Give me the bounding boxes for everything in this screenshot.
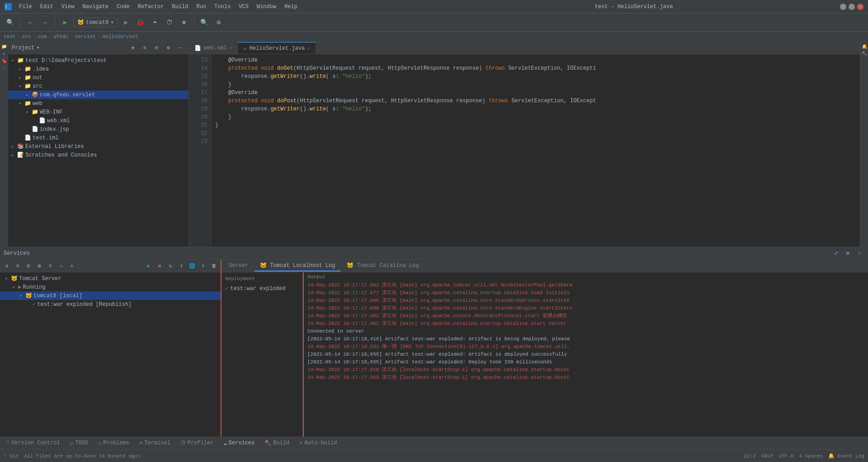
status-indent[interactable]: 4 spaces	[799, 453, 823, 459]
notifications-icon[interactable]: 🔔	[861, 43, 868, 50]
search-everywhere-button[interactable]: 🔍	[4, 16, 16, 29]
services-pin-button[interactable]: →	[56, 261, 66, 271]
tree-item[interactable]: 📄test.iml	[8, 133, 189, 142]
services-tab-1[interactable]: 🐱 Tomcat Localhost Log	[255, 260, 340, 271]
menu-edit[interactable]: Edit	[37, 3, 57, 11]
status-line-ending[interactable]: CRLF	[761, 453, 773, 459]
gradle-icon[interactable]: 🔨	[861, 51, 868, 57]
editor-content[interactable]: 1314151617181920212223 @Override protect…	[189, 54, 860, 247]
bottom-tab-profiler[interactable]: ⏱ Profiler	[176, 438, 218, 448]
run-button[interactable]: ▶	[59, 16, 71, 29]
services-tree-item[interactable]: ▾🐱 tomcat8 [local]	[0, 291, 221, 300]
menu-code[interactable]: Code	[113, 3, 133, 11]
bottom-tab-todo[interactable]: ☑ TODO	[66, 438, 93, 448]
menu-build[interactable]: Build	[168, 3, 192, 11]
menu-navigate[interactable]: Navigate	[79, 3, 112, 11]
project-locate-button[interactable]: ⊕	[128, 43, 138, 53]
services-open-browser-button[interactable]: 🌐	[187, 261, 197, 271]
breadcrumb-item-1[interactable]: src	[22, 34, 31, 39]
profile-button[interactable]: ⏱	[163, 16, 176, 29]
bookmark-icon[interactable]: 🔖	[1, 58, 7, 64]
run-action-button[interactable]: ▶	[120, 16, 132, 29]
menu-refactor[interactable]: Refactor	[134, 3, 168, 11]
tree-item[interactable]: 📄web.xml	[8, 116, 189, 125]
close-button[interactable]: ✕	[857, 4, 863, 10]
services-group-button[interactable]: ≡	[13, 261, 23, 271]
stop-button[interactable]: ■	[178, 16, 190, 29]
status-encoding[interactable]: UTF-8	[778, 453, 793, 459]
tab-close-button[interactable]: ✕	[229, 45, 232, 51]
editor-tab-0[interactable]: 📄web.xml✕	[189, 42, 238, 54]
breadcrumb-item-3[interactable]: qfedu	[53, 34, 68, 39]
services-redeploy-button[interactable]: ↻	[165, 261, 175, 271]
menu-run[interactable]: Run	[193, 3, 210, 11]
editor-tab-1[interactable]: ☕HelloServlet.java✕	[238, 42, 316, 54]
project-expand-button[interactable]: ⊟	[151, 43, 161, 53]
services-tree-item[interactable]: ✓ test:war exploded [Republish]	[0, 300, 221, 309]
tree-item[interactable]: ▸📁.idea	[8, 65, 189, 73]
services-tree-item[interactable]: ▾🐱 Tomcat Server	[0, 274, 221, 283]
breadcrumb-item-5[interactable]: HelloServlet	[102, 34, 138, 39]
tree-item[interactable]: ▾📁web	[8, 99, 189, 108]
bottom-tab-terminal[interactable]: ⌨ Terminal	[135, 438, 175, 448]
project-collapse-button[interactable]: ≡	[140, 43, 150, 53]
menu-window[interactable]: Window	[253, 3, 280, 11]
vcs-icon[interactable]: ⑂	[1, 65, 7, 71]
tree-item[interactable]: ▸📦com.qfedu.servlet	[8, 90, 189, 99]
services-trash-button[interactable]: 🗑	[209, 261, 219, 271]
project-minimize-button[interactable]: −	[175, 43, 185, 53]
status-vcs[interactable]: ⑂ Git	[4, 453, 19, 459]
coverage-button[interactable]: ☂	[149, 16, 161, 29]
tree-item[interactable]: ▸📁out	[8, 73, 189, 82]
minimize-button[interactable]: ─	[840, 4, 846, 10]
menu-vcs[interactable]: VCS	[235, 3, 252, 11]
breadcrumb-item-2[interactable]: com	[38, 34, 47, 39]
bottom-tab-services[interactable]: ☁ Services	[219, 438, 259, 448]
services-group2-button[interactable]: ⊞	[34, 261, 44, 271]
bottom-tab-build[interactable]: 🔨 Build	[260, 438, 294, 448]
tree-item[interactable]: 📄index.jsp	[8, 125, 189, 133]
services-undeploy-button[interactable]: ⬇	[198, 261, 208, 271]
menu-help[interactable]: Help	[281, 3, 301, 11]
services-tab-0[interactable]: Server	[223, 261, 254, 271]
project-settings-button[interactable]: ⚙	[163, 43, 173, 53]
bottom-tab-version-control[interactable]: ⑂ Version Control	[2, 438, 65, 448]
services-filter-button[interactable]: ▽	[45, 261, 55, 271]
tree-item[interactable]: ▾📁src	[8, 82, 189, 90]
menu-view[interactable]: View	[58, 3, 78, 11]
tree-item[interactable]: ▸📝Scratches and Consoles	[8, 151, 189, 159]
menu-tools[interactable]: Tools	[211, 3, 234, 11]
settings-button[interactable]: ⚙	[212, 16, 225, 29]
structure-icon[interactable]: ≡	[1, 51, 7, 57]
services-settings-button[interactable]: ⚙	[843, 248, 853, 258]
run-config-selector[interactable]: 🐱 tomcat8 ▾	[73, 18, 118, 27]
debug-button[interactable]: 🐞	[134, 16, 147, 29]
status-position[interactable]: 22:2	[744, 453, 755, 459]
breadcrumb-item-4[interactable]: servlet	[75, 34, 95, 39]
search-button[interactable]: 🔍	[198, 16, 211, 29]
services-refresh-button[interactable]: ↺	[2, 261, 12, 271]
services-deploy-button[interactable]: ⬆	[176, 261, 186, 271]
tab-close-button[interactable]: ✕	[307, 46, 310, 51]
bottom-tab-auto-build[interactable]: ⚡ Auto-build	[295, 438, 341, 448]
menu-file[interactable]: File	[15, 3, 36, 11]
services-close-button[interactable]: −	[854, 248, 864, 258]
tree-item[interactable]: ▾📁WEB-INF	[8, 108, 189, 116]
tree-item[interactable]: ▸📚External Libraries	[8, 142, 189, 151]
services-add-button[interactable]: +	[67, 261, 77, 271]
forward-button[interactable]: →	[38, 16, 51, 29]
project-icon[interactable]: 📁	[1, 43, 7, 50]
bottom-tab-problems[interactable]: ⚠ Problems	[94, 438, 134, 448]
maximize-button[interactable]: □	[849, 4, 855, 10]
services-run-button[interactable]: ▶	[144, 261, 154, 271]
tree-item[interactable]: ▾📁test D:\IdeaProjects\test	[8, 56, 189, 65]
services-tab-2[interactable]: 🐱 Tomcat Catalina Log	[341, 260, 424, 271]
status-event-log[interactable]: 🔔 Event Log	[828, 453, 864, 459]
services-collapse-button[interactable]: ⊟	[24, 261, 33, 271]
services-tree-item[interactable]: ▾▶ Running	[0, 283, 221, 291]
back-button[interactable]: ←	[24, 16, 37, 29]
services-stop-button[interactable]: ■	[155, 261, 165, 271]
services-maximize-button[interactable]: ⤢	[831, 248, 841, 258]
code-content[interactable]: @Override protected void doGet(HttpServl…	[212, 54, 860, 247]
breadcrumb-item-0[interactable]: test	[4, 34, 15, 39]
